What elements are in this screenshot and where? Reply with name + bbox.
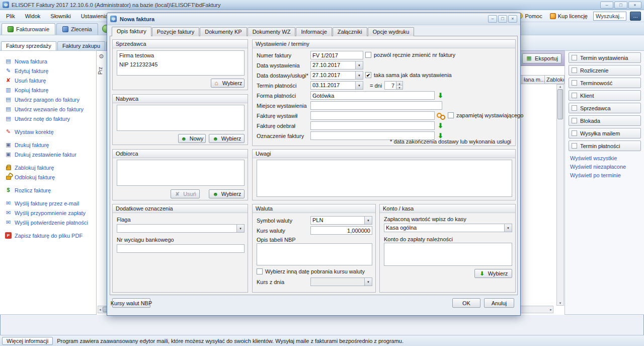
spinner-down-icon[interactable] xyxy=(396,85,403,89)
issued-by-input[interactable] xyxy=(310,111,435,120)
due-date-select[interactable]: 03.11.2017 xyxy=(310,81,363,90)
dialog-tab-informacje[interactable]: Informacje xyxy=(296,27,332,36)
bank-statement-input[interactable] xyxy=(117,244,245,253)
sidebar-item-utworz-paragon[interactable]: Utwórz paragon do faktury xyxy=(0,95,96,104)
delivery-date-select[interactable]: 27.10.2017 xyxy=(310,71,363,80)
column-header-fragment[interactable]: łana m... xyxy=(522,75,545,84)
dialog-minimize-button[interactable] xyxy=(488,15,497,23)
more-info-button[interactable]: Więcej informacji xyxy=(2,337,53,345)
cancel-button[interactable]: Anuluj xyxy=(484,298,514,308)
manual-number-checkbox[interactable]: pozwól ręcznie zmienić nr faktury xyxy=(365,52,455,58)
sidebar-item-utworz-note[interactable]: Utwórz notę do faktury xyxy=(0,114,96,123)
dialog-tab-dokumenty-wz[interactable]: Dokumenty WZ xyxy=(248,27,296,36)
filter-sprzedawca[interactable]: Sprzedawca xyxy=(569,103,641,113)
filter-termin-platnosci[interactable]: Termin płatności xyxy=(569,141,641,151)
vertical-scrollbar[interactable]: ▲ ▼ xyxy=(556,84,564,306)
days-spinner[interactable]: 7 xyxy=(384,81,403,90)
export-button[interactable]: Eksportuj xyxy=(522,53,561,63)
search-input[interactable] xyxy=(593,12,626,21)
nbp-description-textarea[interactable] xyxy=(257,243,372,265)
menu-plik[interactable]: Plik xyxy=(1,11,20,21)
sidebar-item-wyslij-potwierdzenie[interactable]: Wyślij potwierdzenie płatności xyxy=(0,218,96,227)
flag-select[interactable] xyxy=(117,224,245,233)
receiver-remove-button[interactable]: Usuń xyxy=(171,189,200,198)
nbp-rates-button[interactable]: Kursy walut NBP xyxy=(112,298,150,308)
payment-form-input[interactable] xyxy=(310,91,435,100)
subtab-faktury-zakupu[interactable]: Faktury zakupu xyxy=(57,41,105,50)
issue-place-input[interactable] xyxy=(310,101,442,110)
sidebar-item-zapisz-pdf[interactable]: Zapisz fakturę do pliku PDF xyxy=(0,231,96,240)
scroll-down-icon[interactable]: ▼ xyxy=(559,302,562,305)
filter-terminowosc[interactable]: Terminowość xyxy=(569,78,641,88)
buyer-choose-button[interactable]: Wybierz xyxy=(209,134,245,143)
tab-zlecenia[interactable]: Zlecenia xyxy=(56,23,98,35)
sidebar-item-usun-fakture[interactable]: Usuń fakturę xyxy=(0,76,96,85)
filter-wysylka-mailem[interactable]: Wysyłka mailem xyxy=(569,128,641,139)
subtab-faktury-sprzedazy[interactable]: Faktury sprzedaży xyxy=(1,41,56,50)
search-button[interactable] xyxy=(630,12,641,21)
same-date-checkbox[interactable]: taka sama jak data wystawienia xyxy=(365,72,452,78)
filter-blokada[interactable]: Blokada xyxy=(569,115,641,126)
dialog-tab-dokumenty-kp[interactable]: Dokumenty KP xyxy=(200,27,247,36)
invoice-number-input[interactable] xyxy=(310,51,363,59)
notes-textarea[interactable] xyxy=(257,160,512,197)
scroll-right-icon[interactable]: ► xyxy=(549,308,552,311)
sidebar-item-wystaw-korekte[interactable]: Wystaw korektę xyxy=(0,127,96,136)
link-wyswietl-po-terminie[interactable]: Wyświetl po terminie xyxy=(570,172,621,178)
remember-issuer-checkbox[interactable]: zapamiętaj wystawiającego xyxy=(448,112,523,118)
sidebar-item-kopiuj-fakture[interactable]: Kopiuj fakturę xyxy=(0,85,96,95)
buy-license-menu[interactable]: Kup licencję xyxy=(548,12,590,20)
filter-klient[interactable]: Klient xyxy=(569,90,641,101)
dialog-maximize-button[interactable] xyxy=(498,15,507,23)
payment-form-pick-icon[interactable] xyxy=(437,91,444,99)
received-by-pick-icon[interactable] xyxy=(437,121,444,129)
combo-value: 27.10.2017 xyxy=(311,61,355,69)
cash-register-select[interactable]: Kasa ogólna xyxy=(384,224,512,232)
dialog-tab-opcje-wydruku[interactable]: Opcje wydruku xyxy=(368,27,415,36)
tab-fakturowanie[interactable]: Fakturowanie xyxy=(2,23,55,35)
received-by-input[interactable] xyxy=(310,121,435,130)
receiver-choose-button[interactable]: Wybierz xyxy=(209,189,245,198)
sidebar-item-drukuj-zestawienie[interactable]: Drukuj zestawienie faktur xyxy=(0,150,96,159)
seller-choose-button[interactable]: Wybierz xyxy=(211,79,245,88)
delivery-date-label: Data dostawy/usługi* xyxy=(257,73,308,79)
dialog-tab-pozycje-faktury[interactable]: Pozycje faktury xyxy=(152,27,200,36)
sidebar-item-nowa-faktura[interactable]: Nowa faktura xyxy=(0,56,96,66)
sidebar-item-odblokuj-fakture[interactable]: Odblokuj fakturę xyxy=(0,172,96,182)
link-wyswietl-wszystkie[interactable]: Wyświetl wszystkie xyxy=(570,155,617,161)
minimize-button[interactable] xyxy=(600,2,613,9)
dialog-tab-opis-faktury[interactable]: Opis faktury xyxy=(112,27,151,36)
invoices-icon xyxy=(8,26,14,32)
grid-settings-icon[interactable] xyxy=(98,53,105,59)
sidebar-item-rozlicz-fakture[interactable]: Rozlicz fakturę xyxy=(0,185,96,195)
ok-button[interactable]: OK xyxy=(452,298,480,308)
spinner-up-icon[interactable] xyxy=(396,82,403,85)
dialog-tab-zalaczniki[interactable]: Załączniki xyxy=(333,27,367,36)
issuer-keys-icon[interactable] xyxy=(437,112,445,119)
filter-rozliczenie[interactable]: Rozliczenie xyxy=(569,65,641,76)
link-wyswietl-niezaplacone[interactable]: Wyświetl niezapłacone xyxy=(570,164,626,170)
payment-account-textarea[interactable] xyxy=(384,243,512,266)
issue-date-select[interactable]: 27.10.2017 xyxy=(310,61,363,70)
menu-widok[interactable]: Widok xyxy=(20,11,46,21)
currency-symbol-select[interactable]: PLN xyxy=(310,216,372,225)
sidebar-item-wyslij-przypomnienie[interactable]: Wyślij przypomnienie zapłaty xyxy=(0,208,96,218)
buyer-new-button[interactable]: Nowy xyxy=(178,134,206,143)
currency-rate-input[interactable] xyxy=(310,226,372,235)
sidebar-item-utworz-wezwanie[interactable]: Utwórz wezwanie do faktury xyxy=(0,104,96,114)
sidebar-item-zablokuj-fakture[interactable]: Zablokuj fakturę xyxy=(0,163,96,172)
scroll-left-icon[interactable]: ◄ xyxy=(99,308,102,311)
column-header-fragment[interactable]: Zabloko xyxy=(545,75,565,84)
scrollbar-thumb[interactable] xyxy=(557,89,563,119)
scroll-up-icon[interactable]: ▲ xyxy=(559,85,562,88)
filter-termin-wystawienia[interactable]: Termin wystawienia xyxy=(569,52,641,63)
sidebar-item-wyslij-email[interactable]: Wyślij fakturę przez e-mail xyxy=(0,198,96,208)
maximize-button[interactable] xyxy=(614,2,627,9)
close-button[interactable] xyxy=(628,2,641,9)
menu-slowniki[interactable]: Słowniki xyxy=(45,11,75,21)
sidebar-item-edytuj-fakture[interactable]: Edytuj fakturę xyxy=(0,66,96,76)
sidebar-item-drukuj-fakture[interactable]: Drukuj fakturę xyxy=(0,140,96,150)
account-choose-button[interactable]: Wybierz xyxy=(474,269,512,278)
dialog-close-button[interactable] xyxy=(508,15,517,23)
other-rate-date-checkbox[interactable]: Wybierz inną datę pobrania kursu waluty xyxy=(257,268,365,274)
